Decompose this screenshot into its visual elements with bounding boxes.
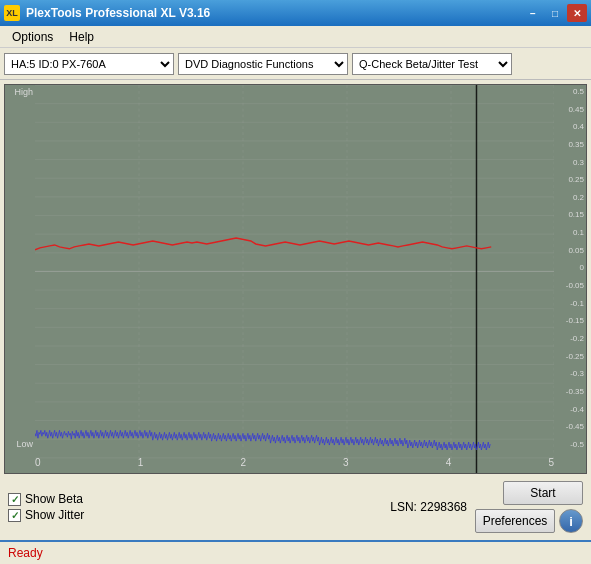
y-right-label-16: -0.3 bbox=[556, 369, 584, 378]
close-button[interactable]: ✕ bbox=[567, 4, 587, 22]
y-low-label: Low bbox=[7, 439, 33, 449]
main-content: High Low 0.5 0.45 0.4 0.35 0.3 0.25 0.2 … bbox=[0, 80, 591, 540]
y-right-label-11: -0.05 bbox=[556, 281, 584, 290]
menu-bar: Options Help bbox=[0, 26, 591, 48]
x-label-3: 3 bbox=[343, 457, 349, 468]
show-beta-checkbox[interactable]: ✓ bbox=[8, 493, 21, 506]
y-right-label-6: 0.2 bbox=[556, 193, 584, 202]
menu-help[interactable]: Help bbox=[61, 28, 102, 46]
show-beta-check: ✓ bbox=[11, 494, 19, 505]
y-right-label-15: -0.25 bbox=[556, 352, 584, 361]
show-jitter-row: ✓ Show Jitter bbox=[8, 508, 362, 522]
y-right-label-8: 0.1 bbox=[556, 228, 584, 237]
y-axis-right: 0.5 0.45 0.4 0.35 0.3 0.25 0.2 0.15 0.1 … bbox=[554, 85, 586, 451]
y-right-label-19: -0.45 bbox=[556, 422, 584, 431]
y-right-label-20: -0.5 bbox=[556, 440, 584, 449]
function-select[interactable]: DVD Diagnostic Functions bbox=[178, 53, 348, 75]
status-bar: Ready bbox=[0, 540, 591, 564]
y-right-label-5: 0.25 bbox=[556, 175, 584, 184]
drive-select[interactable]: HA:5 ID:0 PX-760A bbox=[4, 53, 174, 75]
x-label-1: 1 bbox=[138, 457, 144, 468]
show-beta-label: Show Beta bbox=[25, 492, 83, 506]
x-label-4: 4 bbox=[446, 457, 452, 468]
title-controls[interactable]: − □ ✕ bbox=[523, 4, 587, 22]
x-label-2: 2 bbox=[240, 457, 246, 468]
show-beta-row: ✓ Show Beta bbox=[8, 492, 362, 506]
app-icon: XL bbox=[4, 5, 20, 21]
y-right-label-18: -0.4 bbox=[556, 405, 584, 414]
test-select[interactable]: Q-Check Beta/Jitter Test bbox=[352, 53, 512, 75]
y-right-label-3: 0.35 bbox=[556, 140, 584, 149]
x-label-5: 5 bbox=[548, 457, 554, 468]
status-text: Ready bbox=[8, 546, 43, 560]
buttons-area: Start Preferences i bbox=[475, 481, 583, 533]
menu-options[interactable]: Options bbox=[4, 28, 61, 46]
y-right-label-14: -0.2 bbox=[556, 334, 584, 343]
y-right-label-4: 0.3 bbox=[556, 158, 584, 167]
checkboxes: ✓ Show Beta ✓ Show Jitter bbox=[8, 492, 362, 522]
lsn-label: LSN: bbox=[390, 500, 417, 514]
preferences-button[interactable]: Preferences bbox=[475, 509, 555, 533]
lsn-value: 2298368 bbox=[420, 500, 467, 514]
toolbar: HA:5 ID:0 PX-760A DVD Diagnostic Functio… bbox=[0, 48, 591, 80]
x-label-0: 0 bbox=[35, 457, 41, 468]
x-axis: 0 1 2 3 4 5 bbox=[35, 453, 554, 471]
chart-svg bbox=[35, 85, 554, 474]
y-right-label-10: 0 bbox=[556, 263, 584, 272]
title-bar: XL PlexTools Professional XL V3.16 − □ ✕ bbox=[0, 0, 591, 26]
bottom-controls: ✓ Show Beta ✓ Show Jitter LSN: 2298368 S… bbox=[4, 478, 587, 536]
maximize-button[interactable]: □ bbox=[545, 4, 565, 22]
title-bar-left: XL PlexTools Professional XL V3.16 bbox=[4, 5, 210, 21]
show-jitter-label: Show Jitter bbox=[25, 508, 84, 522]
y-right-label-12: -0.1 bbox=[556, 299, 584, 308]
y-right-label-7: 0.15 bbox=[556, 210, 584, 219]
y-right-label-9: 0.05 bbox=[556, 246, 584, 255]
start-button[interactable]: Start bbox=[503, 481, 583, 505]
y-right-label-2: 0.4 bbox=[556, 122, 584, 131]
window-title: PlexTools Professional XL V3.16 bbox=[26, 6, 210, 20]
y-high-label: High bbox=[7, 87, 33, 97]
info-button[interactable]: i bbox=[559, 509, 583, 533]
y-right-label-13: -0.15 bbox=[556, 316, 584, 325]
y-right-label-17: -0.35 bbox=[556, 387, 584, 396]
y-right-label-1: 0.45 bbox=[556, 105, 584, 114]
show-jitter-check: ✓ bbox=[11, 510, 19, 521]
chart-container: High Low 0.5 0.45 0.4 0.35 0.3 0.25 0.2 … bbox=[4, 84, 587, 474]
lsn-area: LSN: 2298368 bbox=[390, 500, 467, 514]
y-axis-left: High Low bbox=[5, 85, 35, 451]
minimize-button[interactable]: − bbox=[523, 4, 543, 22]
show-jitter-checkbox[interactable]: ✓ bbox=[8, 509, 21, 522]
buttons-row: Preferences i bbox=[475, 509, 583, 533]
y-right-label-0: 0.5 bbox=[556, 87, 584, 96]
